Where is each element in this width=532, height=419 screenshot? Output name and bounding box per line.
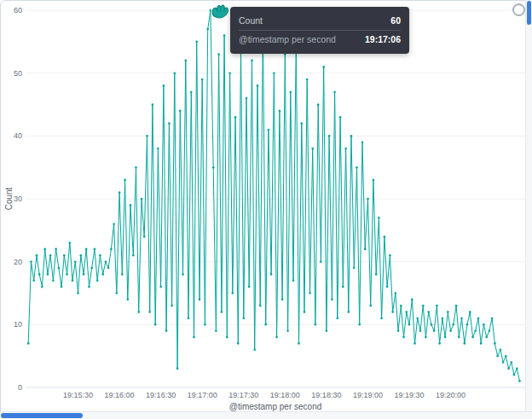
tooltip-timestamp-row: @timestamp per second 19:17:06 (239, 30, 401, 49)
grab-cursor-icon (210, 2, 232, 20)
x-axis-title: @timestamp per second (229, 402, 322, 411)
panel-options-icon[interactable] (512, 3, 525, 16)
y-axis-title: Count (4, 188, 14, 211)
x-tick-label: 19:20:00 (425, 391, 477, 399)
y-tick-label: 60 (2, 6, 22, 15)
tooltip-timestamp-label: @timestamp per second (239, 31, 336, 49)
line-chart[interactable]: 0102030405060 19:15:3019:16:0019:16:3019… (0, 0, 532, 419)
vertical-scrollbar[interactable] (525, 0, 532, 412)
y-tick-label: 20 (2, 258, 22, 266)
chart-panel: 0102030405060 19:15:3019:16:0019:16:3019… (0, 0, 532, 419)
tooltip-timestamp-value: 19:17:06 (365, 31, 401, 49)
horizontal-scrollbar[interactable] (0, 411, 532, 419)
y-tick-label: 0 (2, 383, 22, 392)
horizontal-scrollbar-thumb[interactable] (1, 413, 83, 418)
chart-tooltip: Count 60 @timestamp per second 19:17:06 (230, 7, 409, 54)
tooltip-count-row: Count 60 (239, 12, 401, 30)
y-tick-label: 10 (2, 320, 22, 329)
tooltip-count-value: 60 (390, 12, 401, 30)
chart-canvas[interactable] (0, 0, 532, 419)
vertical-scrollbar-thumb[interactable] (527, 1, 531, 25)
tooltip-count-label: Count (239, 12, 263, 30)
y-tick-label: 40 (2, 131, 22, 140)
y-tick-label: 50 (2, 69, 22, 78)
